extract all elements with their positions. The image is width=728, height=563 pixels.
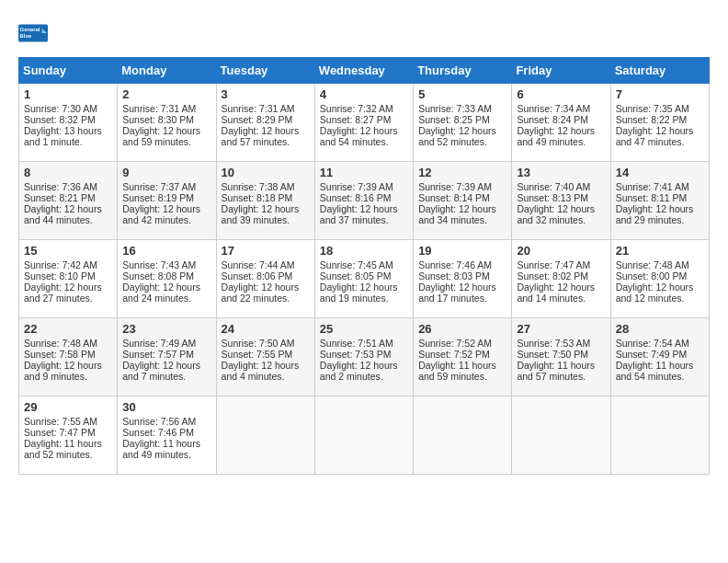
day-info: and 12 minutes.: [616, 293, 704, 304]
day-info: and 7 minutes.: [122, 371, 210, 382]
day-cell: 1Sunrise: 7:30 AMSunset: 8:32 PMDaylight…: [19, 84, 118, 162]
day-info: and 59 minutes.: [418, 371, 506, 382]
day-number: 21: [616, 244, 704, 258]
day-info: and 44 minutes.: [24, 214, 112, 225]
day-info: Daylight: 12 hours: [517, 203, 605, 214]
day-info: Daylight: 12 hours: [616, 125, 704, 136]
day-cell: [414, 396, 512, 475]
day-info: Sunset: 8:30 PM: [122, 114, 210, 125]
day-info: Daylight: 12 hours: [616, 203, 704, 214]
day-info: Sunrise: 7:48 AM: [616, 259, 704, 270]
day-info: and 17 minutes.: [418, 293, 506, 304]
day-info: Daylight: 12 hours: [222, 203, 310, 214]
day-info: Daylight: 12 hours: [222, 125, 310, 136]
day-info: Sunset: 8:27 PM: [320, 114, 408, 125]
day-info: Daylight: 12 hours: [517, 125, 605, 136]
day-info: Sunset: 8:25 PM: [418, 114, 506, 125]
day-info: and 14 minutes.: [517, 293, 605, 304]
day-number: 16: [122, 244, 210, 258]
day-info: Daylight: 12 hours: [418, 282, 506, 293]
day-cell: [512, 396, 610, 475]
day-cell: 23Sunrise: 7:49 AMSunset: 7:57 PMDayligh…: [118, 318, 216, 396]
day-info: Sunrise: 7:52 AM: [418, 338, 506, 349]
day-cell: 19Sunrise: 7:46 AMSunset: 8:03 PMDayligh…: [414, 240, 512, 318]
day-info: Sunrise: 7:46 AM: [418, 259, 506, 270]
day-info: Sunrise: 7:31 AM: [222, 103, 310, 114]
day-cell: 15Sunrise: 7:42 AMSunset: 8:10 PMDayligh…: [19, 240, 118, 318]
day-info: and 42 minutes.: [122, 214, 210, 225]
day-info: Sunrise: 7:41 AM: [616, 181, 704, 192]
day-cell: 29Sunrise: 7:55 AMSunset: 7:47 PMDayligh…: [19, 396, 118, 475]
day-number: 29: [24, 400, 112, 414]
day-number: 19: [418, 244, 506, 258]
day-info: Sunset: 8:14 PM: [418, 192, 506, 203]
day-info: Daylight: 12 hours: [122, 282, 210, 293]
day-info: and 49 minutes.: [122, 449, 210, 460]
day-info: Sunrise: 7:50 AM: [222, 338, 310, 349]
day-info: Sunrise: 7:44 AM: [222, 259, 310, 270]
day-cell: 2Sunrise: 7:31 AMSunset: 8:30 PMDaylight…: [118, 84, 216, 162]
day-number: 23: [122, 322, 210, 336]
header-tuesday: Tuesday: [216, 58, 314, 84]
day-info: Daylight: 12 hours: [517, 282, 605, 293]
logo: GeneralBlue: [18, 18, 48, 48]
day-number: 9: [122, 166, 210, 179]
day-info: Daylight: 12 hours: [320, 282, 408, 293]
header-thursday: Thursday: [414, 58, 512, 84]
day-number: 4: [320, 87, 408, 101]
day-info: Sunset: 8:19 PM: [122, 192, 210, 203]
day-number: 25: [320, 322, 408, 336]
day-cell: 10Sunrise: 7:38 AMSunset: 8:18 PMDayligh…: [216, 162, 314, 240]
day-info: and 57 minutes.: [222, 136, 310, 147]
day-info: and 1 minute.: [24, 136, 112, 147]
day-info: and 22 minutes.: [222, 293, 310, 304]
day-info: Sunrise: 7:45 AM: [320, 259, 408, 270]
day-number: 15: [24, 244, 112, 258]
day-info: Sunset: 8:22 PM: [616, 114, 704, 125]
day-info: and 57 minutes.: [517, 371, 605, 382]
day-number: 20: [517, 244, 605, 258]
day-cell: 11Sunrise: 7:39 AMSunset: 8:16 PMDayligh…: [314, 162, 413, 240]
day-info: Sunset: 8:03 PM: [418, 270, 506, 282]
day-info: Daylight: 12 hours: [24, 360, 112, 371]
day-info: Sunrise: 7:42 AM: [24, 259, 112, 270]
day-info: Sunset: 8:13 PM: [517, 192, 605, 203]
day-info: Sunrise: 7:35 AM: [616, 103, 704, 114]
day-info: Sunset: 8:05 PM: [320, 270, 408, 282]
day-info: and 52 minutes.: [418, 136, 506, 147]
day-info: Sunrise: 7:51 AM: [320, 338, 408, 349]
day-info: Sunrise: 7:43 AM: [122, 259, 210, 270]
week-row-4: 22Sunrise: 7:48 AMSunset: 7:58 PMDayligh…: [19, 318, 710, 396]
day-info: Sunrise: 7:39 AM: [418, 181, 506, 192]
day-info: Sunrise: 7:36 AM: [24, 181, 112, 192]
header-wednesday: Wednesday: [314, 58, 413, 84]
day-info: Sunrise: 7:34 AM: [517, 103, 605, 114]
day-info: Sunset: 7:50 PM: [517, 349, 605, 360]
day-number: 24: [222, 322, 310, 336]
day-info: and 34 minutes.: [418, 214, 506, 225]
day-info: and 27 minutes.: [24, 293, 112, 304]
day-cell: 16Sunrise: 7:43 AMSunset: 8:08 PMDayligh…: [118, 240, 216, 318]
day-cell: 21Sunrise: 7:48 AMSunset: 8:00 PMDayligh…: [610, 240, 709, 318]
day-number: 1: [24, 87, 112, 101]
day-cell: [216, 396, 314, 475]
day-info: Daylight: 12 hours: [418, 203, 506, 214]
day-info: Daylight: 12 hours: [320, 203, 408, 214]
day-info: Daylight: 11 hours: [616, 360, 704, 371]
day-info: Sunset: 7:58 PM: [24, 349, 112, 360]
day-cell: [610, 396, 709, 475]
svg-text:General: General: [20, 27, 40, 32]
day-number: 11: [320, 166, 408, 179]
day-number: 13: [517, 166, 605, 179]
day-info: Sunset: 8:16 PM: [320, 192, 408, 203]
day-info: Daylight: 12 hours: [320, 125, 408, 136]
day-info: Daylight: 12 hours: [320, 360, 408, 371]
day-info: and 29 minutes.: [616, 214, 704, 225]
day-info: Daylight: 12 hours: [616, 282, 704, 293]
day-info: Sunrise: 7:54 AM: [616, 338, 704, 349]
day-info: Daylight: 11 hours: [122, 438, 210, 449]
day-info: Sunset: 7:55 PM: [222, 349, 310, 360]
day-number: 12: [418, 166, 506, 179]
header-saturday: Saturday: [610, 58, 709, 84]
day-cell: 27Sunrise: 7:53 AMSunset: 7:50 PMDayligh…: [512, 318, 610, 396]
